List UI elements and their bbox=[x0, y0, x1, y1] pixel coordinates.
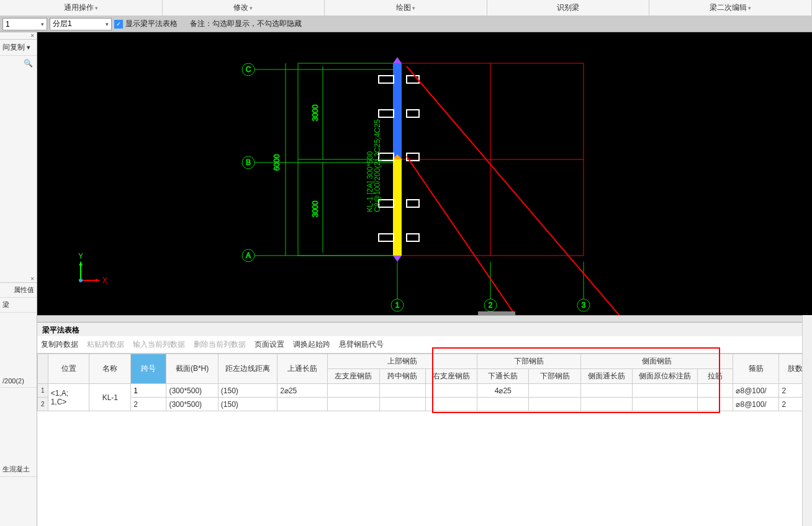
tab-draw[interactable]: 绘图▾ bbox=[325, 0, 487, 16]
prop-row-2[interactable]: /200(2) bbox=[0, 375, 37, 388]
chevron-down-icon: ▾ bbox=[106, 21, 109, 27]
svg-rect-34 bbox=[393, 63, 402, 159]
svg-rect-41 bbox=[379, 110, 394, 117]
chevron-down-icon: ▾ bbox=[95, 5, 98, 11]
col-side-pos[interactable]: 侧面原位标注筋 bbox=[633, 369, 698, 384]
scrollbar[interactable] bbox=[802, 315, 812, 526]
checkbox-label: 显示梁平法表格 bbox=[125, 19, 178, 29]
prop-row-1[interactable]: 梁 bbox=[0, 298, 37, 313]
svg-point-4 bbox=[79, 279, 83, 282]
property-header: 属性值 bbox=[0, 283, 37, 298]
svg-text:C8@100/200(2) 2C25;4C25: C8@100/200(2) 2C25;4C25 bbox=[373, 119, 382, 212]
menu-bar: 通用操作▾ 修改▾ 绘图▾ 识别梁 梁二次编辑▾ bbox=[0, 0, 812, 16]
panel-close-icon[interactable]: × bbox=[0, 32, 37, 40]
tab-modify[interactable]: 修改▾ bbox=[163, 0, 325, 16]
col-edge[interactable]: 距左边线距离 bbox=[218, 354, 277, 384]
col-stirrup[interactable]: 箍筋 bbox=[733, 354, 779, 384]
btn-swap-start[interactable]: 调换起始跨 bbox=[293, 339, 330, 350]
btn-copy-span[interactable]: 复制跨数据 bbox=[41, 339, 78, 350]
svg-text:6000: 6000 bbox=[273, 154, 281, 171]
col-tie[interactable]: 拉筋 bbox=[698, 369, 733, 384]
table-toolbar: 复制跨数据 粘贴跨数据 输入当前列数据 删除当前列数据 页面设置 调换起始跨 悬… bbox=[37, 336, 812, 354]
prop-row-3[interactable]: 生混凝土 bbox=[0, 462, 37, 477]
search-row[interactable]: 🔍 bbox=[0, 56, 37, 71]
pane-title: 梁平法表格 bbox=[37, 323, 812, 336]
cell-name: KL-1 bbox=[89, 384, 131, 411]
svg-text:C: C bbox=[246, 65, 251, 74]
svg-rect-46 bbox=[407, 200, 419, 207]
splitter[interactable] bbox=[37, 315, 812, 323]
svg-marker-36 bbox=[393, 57, 402, 63]
svg-rect-39 bbox=[379, 76, 394, 83]
svg-line-51 bbox=[407, 156, 534, 315]
col-lower-part[interactable]: 下部钢筋 bbox=[529, 369, 580, 384]
col-span[interactable]: 跨号 bbox=[131, 354, 166, 384]
btn-canti-code[interactable]: 悬臂钢筋代号 bbox=[339, 339, 384, 350]
combo-layer[interactable]: 分层1▾ bbox=[50, 18, 112, 30]
span-input[interactable] bbox=[133, 386, 163, 395]
axis-x-label: X bbox=[102, 276, 107, 285]
sidebar-item-copy[interactable]: 间复制 ▾ bbox=[0, 40, 37, 56]
col-section[interactable]: 截面(B*H) bbox=[166, 354, 218, 384]
left-sidebar: × 间复制 ▾ 🔍 × 属性值 梁 /200(2) 生混凝土 bbox=[0, 32, 37, 526]
drawing-viewport[interactable]: X Y C B A 1 2 3 6000 3000 3000 bbox=[37, 32, 812, 315]
col-upper-mid[interactable]: 跨中钢筋 bbox=[379, 369, 425, 384]
svg-line-53 bbox=[407, 66, 643, 315]
svg-text:3000: 3000 bbox=[311, 104, 320, 121]
svg-marker-1 bbox=[96, 279, 99, 282]
cell-pos: <1,A;1,C> bbox=[48, 384, 89, 411]
col-side-full[interactable]: 侧面通长筋 bbox=[580, 369, 632, 384]
svg-rect-35 bbox=[393, 159, 402, 256]
chevron-down-icon: ▾ bbox=[250, 5, 253, 11]
svg-text:3: 3 bbox=[582, 301, 586, 310]
col-topfull[interactable]: 上通长筋 bbox=[277, 354, 328, 384]
col-upper-right[interactable]: 右支座钢筋 bbox=[425, 369, 477, 384]
checkbox-show-table[interactable]: ✓ bbox=[114, 20, 123, 29]
table-row[interactable]: 2 2 (300*500) (150) ⌀8@100/ 2 bbox=[38, 398, 812, 411]
search-icon: 🔍 bbox=[24, 59, 33, 68]
combo-1[interactable]: 1▾ bbox=[2, 18, 47, 30]
note-label: 备注：勾选即显示，不勾选即隐藏 bbox=[190, 19, 302, 29]
btn-page-setup[interactable]: 页面设置 bbox=[255, 339, 284, 350]
tab-beam-edit[interactable]: 梁二次编辑▾ bbox=[649, 0, 812, 16]
chevron-down-icon: ▾ bbox=[748, 5, 751, 11]
svg-rect-47 bbox=[379, 234, 394, 241]
col-name[interactable]: 名称 bbox=[89, 354, 131, 384]
tab-common[interactable]: 通用操作▾ bbox=[0, 0, 163, 16]
chevron-down-icon: ▾ bbox=[41, 21, 44, 27]
svg-text:3000: 3000 bbox=[311, 200, 320, 217]
tab-identify-beam[interactable]: 识别梁 bbox=[487, 0, 650, 16]
table-row[interactable]: 1 <1,A;1,C> KL-1 (300*500) (150) 2⌀25 4⌀… bbox=[38, 384, 812, 398]
beam-grid[interactable]: 位置 名称 跨号 截面(B*H) 距左边线距离 上通长筋 上部钢筋 下部钢筋 侧… bbox=[37, 354, 812, 411]
beam-table-pane: 梁平法表格 复制跨数据 粘贴跨数据 输入当前列数据 删除当前列数据 页面设置 调… bbox=[37, 315, 812, 526]
btn-delete-col: 删除当前列数据 bbox=[194, 339, 246, 350]
svg-marker-37 bbox=[393, 256, 402, 262]
svg-text:A: A bbox=[246, 251, 251, 260]
toolbar-row: 1▾ 分层1▾ ✓ 显示梁平法表格 备注：勾选即显示，不勾选即隐藏 bbox=[0, 16, 812, 32]
btn-input-col: 输入当前列数据 bbox=[133, 339, 185, 350]
col-upper-left[interactable]: 左支座钢筋 bbox=[328, 369, 379, 384]
svg-rect-42 bbox=[407, 110, 419, 117]
chevron-down-icon: ▾ bbox=[412, 5, 415, 11]
axis-y-label: Y bbox=[78, 252, 83, 261]
svg-text:1: 1 bbox=[395, 301, 400, 310]
col-lower-full[interactable]: 下通长筋 bbox=[477, 369, 529, 384]
svg-rect-48 bbox=[407, 234, 419, 241]
svg-text:2: 2 bbox=[489, 301, 493, 310]
svg-text:B: B bbox=[246, 158, 251, 167]
col-side[interactable]: 侧面钢筋 bbox=[580, 354, 733, 369]
svg-marker-3 bbox=[79, 262, 83, 265]
col-upper[interactable]: 上部钢筋 bbox=[328, 354, 477, 369]
col-lower[interactable]: 下部钢筋 bbox=[477, 354, 581, 369]
panel-close-icon-2[interactable]: × bbox=[0, 275, 37, 283]
col-pos[interactable]: 位置 bbox=[48, 354, 89, 384]
btn-paste-span: 粘贴跨数据 bbox=[87, 339, 124, 350]
